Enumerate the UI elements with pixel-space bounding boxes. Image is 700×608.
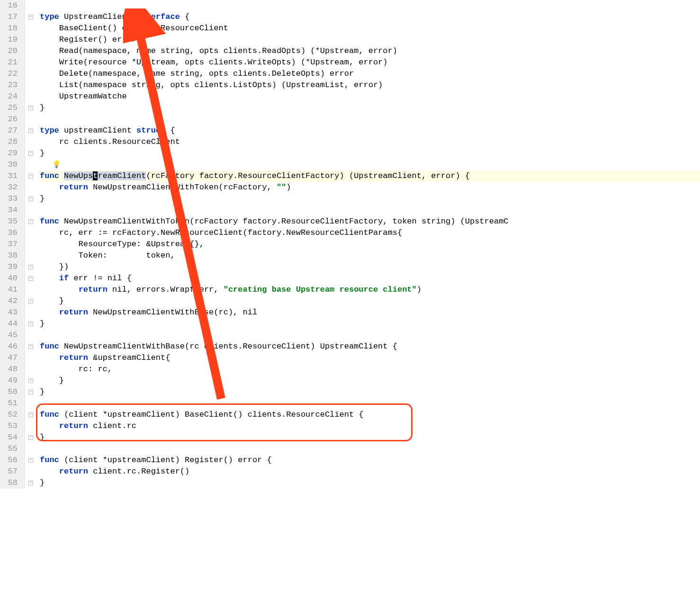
line-number: 42 xyxy=(0,295,18,307)
fold-toggle-icon[interactable] xyxy=(28,128,33,133)
fold-toggle-icon[interactable] xyxy=(28,435,33,440)
code-line[interactable]: rc, err := rcFactory.NewResourceClient(f… xyxy=(40,227,700,239)
fold-slot xyxy=(25,443,38,455)
fold-slot xyxy=(25,102,38,114)
code-token-plain: } xyxy=(40,433,45,442)
fold-toggle-icon[interactable] xyxy=(28,219,33,224)
fold-slot xyxy=(25,193,38,205)
code-line[interactable]: if err != nil { xyxy=(40,273,700,284)
code-token-plain: NewUpstreamClientWithBase(rc clients.Res… xyxy=(59,342,397,351)
fold-slot xyxy=(25,34,38,45)
code-line[interactable] xyxy=(40,330,700,341)
code-line[interactable]: ResourceType: &Upstream{}, xyxy=(40,239,700,250)
code-token-plain xyxy=(40,467,59,476)
code-line[interactable]: List(namespace string, opts clients.List… xyxy=(40,80,700,91)
code-line[interactable]: } xyxy=(40,432,700,443)
code-token-kw: type xyxy=(40,12,59,21)
code-line[interactable]: func NewUpstreamClientWithToken(rcFactor… xyxy=(40,216,700,227)
fold-toggle-icon[interactable] xyxy=(28,151,33,156)
fold-slot xyxy=(25,273,38,284)
line-number-gutter: 1617181920212223242526272829303132333435… xyxy=(0,0,25,489)
code-line[interactable]: rc clients.ResourceClient xyxy=(40,136,700,148)
intention-bulb-icon[interactable]: 💡 xyxy=(52,160,61,169)
fold-toggle-icon[interactable] xyxy=(28,174,33,179)
fold-toggle-icon[interactable] xyxy=(28,197,33,201)
code-line[interactable]: func NewUpstreamClient(rcFactory factory… xyxy=(40,170,700,182)
code-line[interactable]: type upstreamClient struct { xyxy=(40,125,700,136)
code-line[interactable]: rc: rc, xyxy=(40,364,700,375)
code-line[interactable] xyxy=(40,0,700,11)
code-line[interactable] xyxy=(40,114,700,125)
code-token-plain: NewUpstreamClientWithBase(rc), nil xyxy=(88,308,257,317)
fold-toggle-icon[interactable] xyxy=(28,458,33,463)
code-line[interactable]: } xyxy=(40,318,700,330)
code-line[interactable]: return NewUpstreamClientWithBase(rc), ni… xyxy=(40,307,700,318)
line-number: 22 xyxy=(0,68,18,80)
fold-slot xyxy=(25,148,38,159)
code-line[interactable]: BaseClient() clients.ResourceClient xyxy=(40,23,700,34)
code-line[interactable] xyxy=(40,159,700,170)
code-line[interactable]: } xyxy=(40,193,700,205)
code-editor[interactable]: type UpstreamClient interface { BaseClie… xyxy=(38,0,700,489)
fold-slot xyxy=(25,11,38,23)
line-number: 30 xyxy=(0,159,18,170)
fold-slot xyxy=(25,0,38,11)
code-line[interactable]: } xyxy=(40,102,700,114)
code-line[interactable]: Write(resource *Upstream, opts clients.W… xyxy=(40,57,700,68)
code-line[interactable] xyxy=(40,443,700,455)
fold-toggle-icon[interactable] xyxy=(28,15,33,19)
line-number: 43 xyxy=(0,307,18,318)
line-number: 47 xyxy=(0,352,18,364)
fold-toggle-icon[interactable] xyxy=(28,390,33,394)
code-line[interactable]: }) xyxy=(40,261,700,273)
fold-slot xyxy=(25,91,38,102)
code-line[interactable]: return client.rc.Register() xyxy=(40,466,700,477)
line-number: 33 xyxy=(0,193,18,205)
line-number: 36 xyxy=(0,227,18,239)
fold-toggle-icon[interactable] xyxy=(28,378,33,383)
code-line[interactable]: return client.rc xyxy=(40,420,700,432)
code-token-str: "creating base Upstream resource client" xyxy=(224,285,417,294)
fold-slot xyxy=(25,318,38,330)
code-line[interactable] xyxy=(40,398,700,409)
fold-toggle-icon[interactable] xyxy=(28,276,33,281)
code-line[interactable]: return &upstreamClient{ xyxy=(40,352,700,364)
code-token-plain: client.rc.Register() xyxy=(88,467,189,476)
code-line[interactable]: } xyxy=(40,295,700,307)
code-token-plain: } xyxy=(40,478,45,487)
code-token-kw: return xyxy=(59,353,88,362)
code-token-plain: } xyxy=(40,149,45,158)
code-token-plain xyxy=(40,183,59,192)
fold-slot xyxy=(25,466,38,477)
code-token-plain: BaseClient() clients.ResourceClient xyxy=(40,24,228,33)
fold-toggle-icon[interactable] xyxy=(28,299,33,304)
code-token-plain: client.rc xyxy=(88,421,136,430)
fold-slot xyxy=(25,23,38,34)
code-line[interactable]: } xyxy=(40,375,700,386)
code-line[interactable]: Read(namespace, name string, opts client… xyxy=(40,45,700,57)
code-line[interactable]: UpstreamWatche xyxy=(40,91,700,102)
code-line[interactable]: } xyxy=(40,386,700,398)
fold-toggle-icon[interactable] xyxy=(28,344,33,349)
code-line[interactable]: Register() error xyxy=(40,34,700,45)
fold-toggle-icon[interactable] xyxy=(28,265,33,269)
fold-slot xyxy=(25,330,38,341)
code-line[interactable]: } xyxy=(40,477,700,489)
code-token-plain: NewUpstreamClientWithToken(rcFactory fac… xyxy=(59,217,509,226)
code-line[interactable]: Token: token, xyxy=(40,250,700,261)
fold-toggle-icon[interactable] xyxy=(28,322,33,326)
code-line[interactable]: } xyxy=(40,148,700,159)
code-line[interactable] xyxy=(40,205,700,216)
code-line[interactable]: return NewUpstreamClientWithToken(rcFact… xyxy=(40,182,700,193)
fold-slot xyxy=(25,205,38,216)
fold-toggle-icon[interactable] xyxy=(28,106,33,110)
line-number: 29 xyxy=(0,148,18,159)
code-line[interactable]: func (client *upstreamClient) Register()… xyxy=(40,455,700,466)
code-line[interactable]: func (client *upstreamClient) BaseClient… xyxy=(40,409,700,420)
code-line[interactable]: type UpstreamClient interface { xyxy=(40,11,700,23)
fold-toggle-icon[interactable] xyxy=(28,412,33,417)
code-line[interactable]: Delete(namespace, name string, opts clie… xyxy=(40,68,700,80)
fold-toggle-icon[interactable] xyxy=(28,481,33,485)
code-line[interactable]: return nil, errors.Wrapf(err, "creating … xyxy=(40,284,700,295)
code-line[interactable]: func NewUpstreamClientWithBase(rc client… xyxy=(40,341,700,352)
